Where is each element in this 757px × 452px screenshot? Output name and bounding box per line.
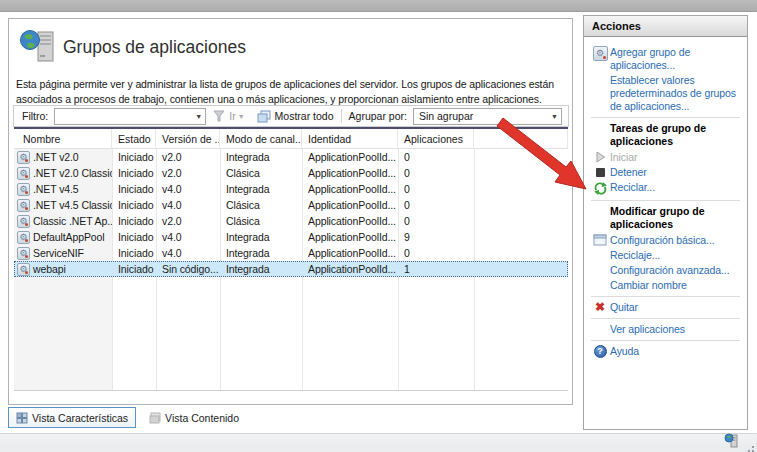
- stop-icon: [596, 168, 605, 177]
- action-remove[interactable]: ✖ Quitar: [590, 301, 741, 314]
- app-pool-icon: ⚙: [17, 263, 30, 276]
- column-header-name[interactable]: ˆ Nombre: [14, 129, 112, 149]
- cell-name: .NET v2.0 Classic: [33, 167, 112, 179]
- cell-mode: Integrada: [220, 183, 302, 195]
- filter-label: Filtro:: [22, 110, 48, 122]
- filter-toolbar: Filtro: ▼ Ir ▼ Mostrar todo Agrupar por:…: [13, 105, 569, 127]
- cell-version: v4.0: [156, 183, 220, 195]
- cell-version: v2.0: [156, 215, 220, 227]
- action-recycle[interactable]: Reciclar...: [590, 181, 741, 196]
- iis-status-icon: [724, 433, 739, 450]
- cell-name: webapi: [33, 263, 66, 275]
- group-by-select[interactable]: Sin agrupar ▼: [413, 108, 562, 125]
- cell-mode: Clásica: [220, 215, 302, 227]
- app-pool-icon: ⚙: [17, 231, 30, 244]
- cell-state: Iniciado: [112, 247, 156, 259]
- go-label: Ir: [229, 110, 235, 122]
- cell-mode: Integrada: [220, 263, 302, 275]
- tab-content-view[interactable]: Vista Contenido: [142, 407, 246, 428]
- cell-version: v4.0: [156, 199, 220, 211]
- table-row-selected[interactable]: ⚙webapi Iniciado Sin código... Integrada…: [14, 261, 568, 277]
- action-view-applications[interactable]: Ver aplicaciones: [590, 323, 741, 336]
- window-chrome-strip: [0, 0, 757, 12]
- tab-features-view[interactable]: Vista Características: [8, 407, 136, 428]
- action-label: Iniciar: [610, 151, 741, 164]
- action-rename[interactable]: Cambiar nombre: [590, 279, 741, 292]
- page-description: Esta página permite ver y administrar la…: [16, 77, 568, 107]
- cell-version: v2.0: [156, 151, 220, 163]
- cell-apps: 1: [398, 263, 474, 275]
- list-header-row: ˆ Nombre Estado Versión de ... Modo de c…: [14, 129, 568, 149]
- group-by-label: Agrupar por:: [349, 110, 407, 122]
- remove-x-icon: ✖: [595, 301, 605, 313]
- cell-identity: ApplicationPoolId...: [302, 199, 398, 211]
- cell-mode: Integrada: [220, 231, 302, 243]
- column-header-pipeline-mode[interactable]: Modo de canal...: [220, 129, 302, 149]
- action-help[interactable]: ? Ayuda: [590, 345, 741, 358]
- page-title: Grupos de aplicaciones: [63, 37, 246, 58]
- cell-name: .NET v2.0: [33, 151, 79, 163]
- cell-identity: ApplicationPoolId...: [302, 215, 398, 227]
- app-pool-icon: ⚙: [17, 167, 30, 180]
- app-pools-list: ˆ Nombre Estado Versión de ... Modo de c…: [14, 127, 568, 391]
- app-pool-icon: ⚙: [17, 247, 30, 260]
- column-header-applications[interactable]: Aplicaciones: [398, 129, 474, 149]
- table-row[interactable]: ⚙DefaultAppPool Iniciado v4.0 Integrada …: [14, 229, 568, 245]
- action-label: Configuración avanzada...: [610, 264, 741, 277]
- app-pool-icon: ⚙: [17, 183, 30, 196]
- go-dropdown-chevron-icon: ▼: [238, 113, 245, 120]
- table-row[interactable]: ⚙.NET v4.5 Iniciado v4.0 Integrada Appli…: [14, 181, 568, 197]
- table-row[interactable]: ⚙.NET v4.5 Classic Iniciado v4.0 Clásica…: [14, 197, 568, 213]
- play-icon: [595, 151, 606, 163]
- tab-features-label: Vista Características: [32, 412, 128, 424]
- cell-version: v2.0: [156, 167, 220, 179]
- cell-identity: ApplicationPoolId...: [302, 231, 398, 243]
- action-recycling-settings[interactable]: Reciclaje...: [590, 249, 741, 262]
- cell-apps: 0: [398, 247, 474, 259]
- actions-separator: [591, 117, 740, 118]
- iis-manager-app-pools-screen: { "header": { "title": "Grupos de aplica…: [0, 0, 757, 452]
- cell-name: DefaultAppPool: [33, 231, 105, 243]
- table-row[interactable]: ⚙.NET v2.0 Classic Iniciado v2.0 Clásica…: [14, 165, 568, 181]
- table-row[interactable]: ⚙.NET v2.0 Iniciado v2.0 Integrada Appli…: [14, 149, 568, 165]
- cell-name: .NET v4.5 Classic: [33, 199, 112, 211]
- toolbar-separator: [341, 109, 342, 123]
- column-header-version[interactable]: Versión de ...: [156, 129, 220, 149]
- show-all-label: Mostrar todo: [275, 110, 334, 122]
- cell-version: v4.0: [156, 231, 220, 243]
- action-start-disabled: Iniciar: [590, 151, 741, 164]
- action-label: Reciclar...: [610, 181, 741, 194]
- cell-apps: 9: [398, 231, 474, 243]
- actions-separator: [591, 340, 740, 341]
- action-advanced-settings[interactable]: Configuración avanzada...: [590, 264, 741, 277]
- action-set-defaults[interactable]: Establecer valores predeterminados de gr…: [590, 74, 741, 113]
- action-label: Quitar: [610, 301, 741, 314]
- cell-identity: ApplicationPoolId...: [302, 151, 398, 163]
- action-basic-settings[interactable]: Configuración básica...: [590, 234, 741, 247]
- column-header-filler: [474, 129, 568, 149]
- table-row[interactable]: ⚙Classic .NET Ap... Iniciado v2.0 Clásic…: [14, 213, 568, 229]
- cell-mode: Clásica: [220, 199, 302, 211]
- show-all-button[interactable]: Mostrar todo: [257, 110, 334, 123]
- app-pool-icon: ⚙: [17, 151, 30, 164]
- cell-mode: Clásica: [220, 167, 302, 179]
- cell-mode: Integrada: [220, 151, 302, 163]
- go-button: Ir: [213, 110, 235, 122]
- actions-panel: Acciones ⚙ Agregar grupo de aplicaciones…: [583, 15, 748, 430]
- chevron-down-icon: ▼: [551, 113, 558, 120]
- cell-mode: Integrada: [220, 247, 302, 259]
- table-row[interactable]: ⚙ServiceNIF Iniciado v4.0 Integrada Appl…: [14, 245, 568, 261]
- cell-name: Classic .NET Ap...: [33, 215, 112, 227]
- column-header-identity[interactable]: Identidad: [302, 129, 398, 149]
- action-label: Reciclaje...: [610, 249, 741, 262]
- column-header-state[interactable]: Estado: [112, 129, 156, 149]
- action-label: Ver aplicaciones: [610, 323, 741, 336]
- action-add-app-pool[interactable]: ⚙ Agregar grupo de aplicaciones...: [590, 46, 741, 72]
- filter-input[interactable]: ▼: [54, 108, 206, 125]
- cell-state: Iniciado: [112, 215, 156, 227]
- action-stop[interactable]: Detener: [590, 166, 741, 179]
- resize-grip[interactable]: [752, 446, 754, 448]
- cell-state: Iniciado: [112, 151, 156, 163]
- show-all-icon: [257, 110, 271, 123]
- cell-identity: ApplicationPoolId...: [302, 263, 398, 275]
